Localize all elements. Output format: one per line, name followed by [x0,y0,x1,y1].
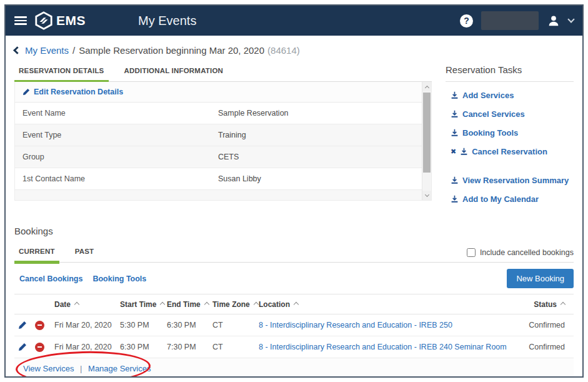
column-header-start-time[interactable]: Start Time [120,294,167,314]
download-icon [451,176,459,184]
detail-value: Susan Libby [218,174,261,183]
include-cancelled-checkbox[interactable] [467,248,476,257]
breadcrumb-my-events-link[interactable]: My Events [25,45,69,56]
app-name: EMS [56,13,86,28]
cancel-booking-icon[interactable] [35,321,44,330]
task-add-services[interactable]: ✖ Add Services [451,91,574,100]
breadcrumb: My Events / Sample Reservation beginning… [14,45,574,56]
booking-start-time: 5:30 PM [120,314,167,336]
table-header-row: DateStart TimeEnd TimeTime ZoneLocationS… [14,294,574,314]
tab-current[interactable]: CURRENT [14,244,59,262]
include-cancelled-bookings[interactable]: Include cancelled bookings [467,248,574,262]
column-header-date[interactable]: Date [54,294,120,314]
booking-tools-link[interactable]: Booking Tools [92,274,146,283]
tab-reservation-details[interactable]: RESERVATION DETAILS [14,63,109,81]
reservation-title: Sample Reservation beginning Mar 20, 202… [79,45,264,56]
cancel-booking-icon[interactable] [35,343,44,352]
scroll-up-icon[interactable] [422,82,431,91]
reservation-tasks-title: Reservation Tasks [446,64,574,82]
booking-location-link[interactable]: 8 - Interdisciplinary Research and Educa… [259,343,507,351]
ems-hexagon-icon [34,11,53,30]
booking-row: Fri Mar 20, 2020 5:30 PM 6:30 PM CT 8 - … [14,314,574,336]
download-icon [451,91,459,99]
tab-additional-information[interactable]: ADDITIONAL INFORMATION [120,63,228,81]
sort-ascending-icon [561,301,566,306]
download-icon [451,195,459,203]
edit-reservation-details-link[interactable]: Edit Reservation Details [22,88,123,96]
task-cancel-services[interactable]: ✖ Cancel Services [451,109,574,119]
hamburger-menu-icon[interactable] [14,16,27,25]
bookings-table: DateStart TimeEnd TimeTime ZoneLocationS… [14,294,574,358]
view-services-link[interactable]: View Services [23,364,74,373]
booking-status: Confirmed [514,314,574,336]
reservation-tasks-panel: Reservation Tasks ✖ Add Services ✖ Cance… [432,63,574,213]
edit-booking-icon[interactable] [18,321,27,329]
pencil-icon [22,88,30,96]
detail-label: Group [22,153,218,161]
reservation-tabs: RESERVATION DETAILSADDITIONAL INFORMATIO… [14,63,432,82]
column-header-end-time[interactable]: End Time [167,294,212,314]
top-bar: EMS My Events ? [6,6,582,36]
task-booking-tools[interactable]: ✖ Booking Tools [451,128,574,138]
download-icon [451,129,459,137]
booking-date: Fri Mar 20, 2020 [54,336,120,358]
detail-row: Event Type Training [15,124,422,146]
detail-value: Sample Reservation [218,109,289,118]
column-header-status[interactable]: Status [514,294,574,314]
download-icon [451,110,459,118]
detail-value: CETS [218,153,239,161]
task-cancel-reservation[interactable]: ✖ Cancel Reservation [451,147,574,156]
sort-ascending-icon [160,301,165,306]
help-icon[interactable]: ? [460,14,473,28]
username-redacted [481,11,539,30]
ems-logo: EMS [34,11,86,30]
x-icon: ✖ [451,148,456,156]
tab-past[interactable]: PAST [71,244,99,262]
edit-booking-icon[interactable] [18,343,27,351]
breadcrumb-separator: / [72,45,75,56]
booking-end-time: 6:30 PM [167,314,212,336]
app-window: EMS My Events ? My Events / Sample Reser… [4,4,584,378]
user-account-icon[interactable] [547,14,561,28]
booking-status: Confirmed [514,336,574,358]
scrollbar-thumb[interactable] [423,93,431,173]
clipped-detail-row [15,190,422,200]
task-view-reservation-summary[interactable]: ✖ View Reservation Summary [451,176,574,185]
sort-ascending-icon [74,301,79,306]
icons-column-header [14,294,54,314]
bookings-title: Bookings [14,226,574,236]
manage-services-link[interactable]: Manage Services [88,364,151,373]
detail-row: 1st Contact Name Susan Libby [15,168,422,190]
reservation-details-panel: Edit Reservation Details Event Name Samp… [14,82,432,201]
back-chevron-icon[interactable] [13,46,21,54]
detail-label: Event Type [22,131,218,139]
details-scrollbar[interactable] [422,82,431,200]
sort-ascending-icon [294,301,299,306]
sort-ascending-icon [204,301,209,306]
reservation-number: (84614) [267,45,300,56]
column-header-time-zone[interactable]: Time Zone [212,294,259,314]
bookings-tabs: CURRENTPAST [14,244,109,262]
detail-row: Event Name Sample Reservation [15,103,422,124]
scroll-down-icon[interactable] [422,191,431,200]
booking-time-zone: CT [212,314,259,336]
new-booking-button[interactable]: New Booking [507,269,574,288]
booking-start-time: 6:30 PM [120,336,167,358]
edit-row: Edit Reservation Details [15,82,422,103]
user-menu-chevron-down-icon[interactable] [567,16,574,23]
footer-divider: | [80,364,82,373]
booking-time-zone: CT [212,336,259,358]
detail-row: Group CETS [15,146,422,168]
booking-location-link[interactable]: 8 - Interdisciplinary Research and Educa… [259,321,452,329]
detail-value: Training [218,131,246,139]
detail-label: 1st Contact Name [22,174,218,183]
booking-row: Fri Mar 20, 2020 6:30 PM 7:30 PM CT 8 - … [14,336,574,358]
download-icon [460,148,468,156]
services-footer: View Services | Manage Services [14,358,574,378]
task-add-to-my-calendar[interactable]: ✖ Add to My Calendar [451,194,574,204]
bookings-section: Bookings CURRENTPAST Include cancelled b… [14,226,574,378]
cancel-bookings-link[interactable]: Cancel Bookings [19,274,82,283]
page-title: My Events [138,14,196,28]
column-header-location[interactable]: Location [259,294,514,314]
booking-date: Fri Mar 20, 2020 [54,314,120,336]
